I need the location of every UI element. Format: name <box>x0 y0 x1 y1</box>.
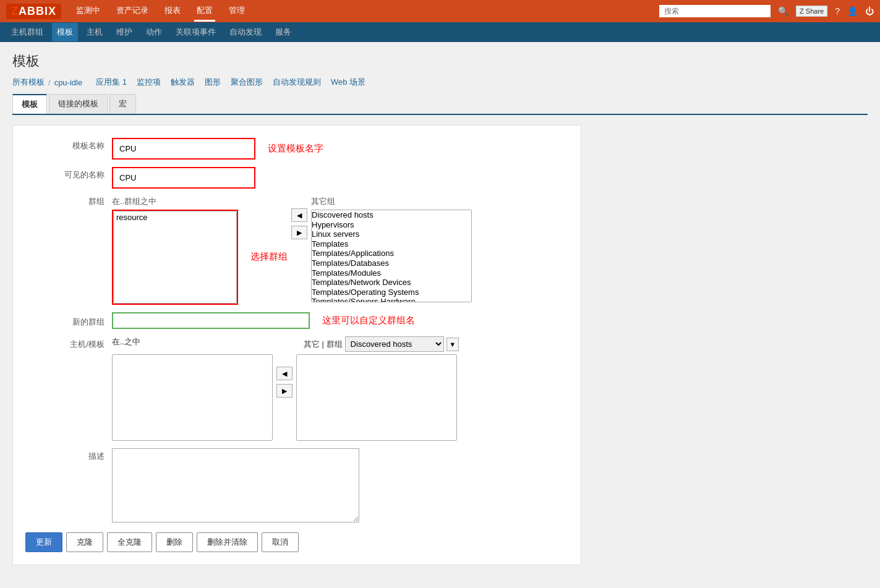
top-nav-right: 🔍 Z Share ? 👤 ⏻ <box>659 5 874 17</box>
user-icon[interactable]: 👤 <box>847 6 858 16</box>
group-other-wrapper: 其它组 Discovered hosts Hypervisors Linux s… <box>311 196 472 302</box>
host-template-arrow-left[interactable]: ◀ <box>276 367 293 380</box>
other-group-option-7[interactable]: Templates/Network Devices <box>312 278 471 288</box>
description-row: 描述 <box>25 448 568 522</box>
nav-event-correlation[interactable]: 关联项事件 <box>171 23 221 41</box>
breadcrumb-current[interactable]: cpu-idle <box>54 78 83 87</box>
share-icon[interactable]: Z Share <box>796 6 827 17</box>
host-template-container: 在..之中 其它 | 群组 Discovered hosts Hyperviso… <box>112 336 459 441</box>
group-other-label: 其它组 <box>311 196 472 207</box>
nav-assets[interactable]: 资产记录 <box>114 1 151 22</box>
dropdown-expand-btn[interactable]: ▼ <box>446 338 459 351</box>
update-button[interactable]: 更新 <box>25 532 62 552</box>
other-group-option-0[interactable]: Discovered hosts <box>312 210 471 220</box>
host-template-row: 主机/模板 在..之中 其它 | 群组 Discovered hosts Hyp… <box>25 336 568 441</box>
search-icon[interactable]: 🔍 <box>778 6 788 16</box>
new-group-row: 新的群组 这里可以自定义群组名 <box>25 312 568 329</box>
host-template-arrow-right[interactable]: ▶ <box>276 384 293 398</box>
nav-actions[interactable]: 动作 <box>141 23 167 41</box>
full-clone-button[interactable]: 全克隆 <box>107 532 152 552</box>
logo: ZABBIX <box>6 4 61 19</box>
logo-z: Z <box>11 5 19 17</box>
host-template-other-label: 其它 | 群组 <box>304 339 343 350</box>
top-navigation: ZABBIX 监测中 资产记录 报表 配置 管理 🔍 Z Share ? 👤 ⏻ <box>0 0 880 22</box>
group-annotation: 选择群组 <box>250 251 288 263</box>
description-textarea[interactable] <box>112 448 359 522</box>
nav-services[interactable]: 服务 <box>270 23 296 41</box>
host-template-group-dropdown[interactable]: Discovered hosts Hypervisors Linux serve… <box>345 336 444 352</box>
top-nav-items: 监测中 资产记录 报表 配置 管理 <box>74 1 659 22</box>
visible-name-input[interactable] <box>116 171 252 185</box>
search-input[interactable] <box>659 5 771 17</box>
sub-tab-macros[interactable]: 宏 <box>109 94 136 114</box>
other-group-option-5[interactable]: Templates/Databases <box>312 258 471 268</box>
other-group-option-3[interactable]: Templates <box>312 239 471 249</box>
host-template-arrows: ◀ ▶ <box>273 367 296 398</box>
visible-name-label: 可见的名称 <box>25 167 112 181</box>
other-group-option-8[interactable]: Templates/Operating Systems <box>312 288 471 297</box>
nav-templates[interactable]: 模板 <box>52 23 78 41</box>
template-name-row: 模板名称 设置模板名字 <box>25 138 568 160</box>
delete-button[interactable]: 删除 <box>156 532 193 552</box>
description-label: 描述 <box>25 448 112 462</box>
nav-monitoring[interactable]: 监测中 <box>74 1 103 22</box>
groups-row: 群组 在..群组之中 resource 选择群组 ◀ ▶ <box>25 196 568 305</box>
nav-config[interactable]: 配置 <box>194 1 215 22</box>
template-name-label: 模板名称 <box>25 138 112 151</box>
delete-clear-button[interactable]: 删除并清除 <box>197 532 258 552</box>
power-icon[interactable]: ⏻ <box>865 6 874 16</box>
host-template-other-list[interactable] <box>296 354 457 441</box>
group-in-option-resource[interactable]: resource <box>114 211 236 223</box>
groups-label: 群组 <box>25 196 112 207</box>
other-group-option-1[interactable]: Hypervisors <box>312 220 471 230</box>
breadcrumb-tab-triggers[interactable]: 触发器 <box>171 77 195 88</box>
breadcrumb-tab-aggregate[interactable]: 聚合图形 <box>231 77 263 88</box>
cancel-button[interactable]: 取消 <box>262 532 299 552</box>
sub-tab-linked[interactable]: 链接的模板 <box>49 94 108 114</box>
sub-tab-template[interactable]: 模板 <box>12 94 47 114</box>
breadcrumb-tab-web[interactable]: Web 场景 <box>331 77 365 88</box>
breadcrumb-tab-discovery[interactable]: 自动发现规则 <box>273 77 321 88</box>
group-other-list[interactable]: Discovered hosts Hypervisors Linux serve… <box>311 210 472 302</box>
page-content: 模板 所有模板 / cpu-idle 应用集 1 监控项 触发器 图形 聚合图形… <box>0 42 880 575</box>
group-in-list[interactable]: resource <box>113 211 237 304</box>
group-in-outline: resource <box>112 210 238 305</box>
logo-text: ABBIX <box>19 5 56 17</box>
new-group-input[interactable] <box>112 312 310 329</box>
host-template-in-list[interactable] <box>112 354 273 441</box>
sub-tabs: 模板 链接的模板 宏 <box>12 94 868 115</box>
group-arrow-buttons: ◀ ▶ <box>288 208 311 239</box>
nav-reports[interactable]: 报表 <box>162 1 183 22</box>
template-name-annotation: 设置模板名字 <box>268 143 323 155</box>
breadcrumb: 所有模板 / cpu-idle 应用集 1 监控项 触发器 图形 聚合图形 自动… <box>12 77 868 88</box>
breadcrumb-all-templates[interactable]: 所有模板 <box>12 77 45 88</box>
template-name-input[interactable] <box>116 142 252 156</box>
group-in-wrapper: 在..群组之中 resource <box>112 196 238 305</box>
breadcrumb-tab-apps[interactable]: 应用集 1 <box>96 77 127 88</box>
second-navigation: 主机群组 模板 主机 维护 动作 关联项事件 自动发现 服务 <box>0 22 880 42</box>
new-group-label: 新的群组 <box>25 314 112 328</box>
help-icon[interactable]: ? <box>835 6 840 16</box>
new-group-annotation: 这里可以自定义群组名 <box>322 315 415 326</box>
template-name-outline <box>112 138 255 160</box>
breadcrumb-tab-items[interactable]: 监控项 <box>137 77 161 88</box>
other-group-option-2[interactable]: Linux servers <box>312 229 471 239</box>
nav-hosts[interactable]: 主机 <box>82 23 108 41</box>
nav-discovery[interactable]: 自动发现 <box>224 23 267 41</box>
breadcrumb-tab-graphs[interactable]: 图形 <box>205 77 221 88</box>
nav-admin[interactable]: 管理 <box>226 1 247 22</box>
group-arrow-left[interactable]: ◀ <box>291 208 307 222</box>
action-buttons: 更新 克隆 全克隆 删除 删除并清除 取消 <box>25 532 568 552</box>
nav-host-groups[interactable]: 主机群组 <box>6 23 48 41</box>
group-arrow-right[interactable]: ▶ <box>291 226 307 239</box>
nav-maintenance[interactable]: 维护 <box>111 23 137 41</box>
host-template-in-label: 在..之中 <box>112 336 279 347</box>
other-group-option-6[interactable]: Templates/Modules <box>312 268 471 278</box>
host-template-lists-row: ◀ ▶ <box>112 354 459 441</box>
other-group-option-4[interactable]: Templates/Applications <box>312 249 471 258</box>
group-in-label: 在..群组之中 <box>112 196 238 207</box>
other-group-option-9[interactable]: Templates/Servers Hardware <box>312 297 471 302</box>
groups-container: 在..群组之中 resource 选择群组 ◀ ▶ 其它组 <box>112 196 472 305</box>
host-template-label: 主机/模板 <box>25 336 112 350</box>
clone-button[interactable]: 克隆 <box>66 532 103 552</box>
